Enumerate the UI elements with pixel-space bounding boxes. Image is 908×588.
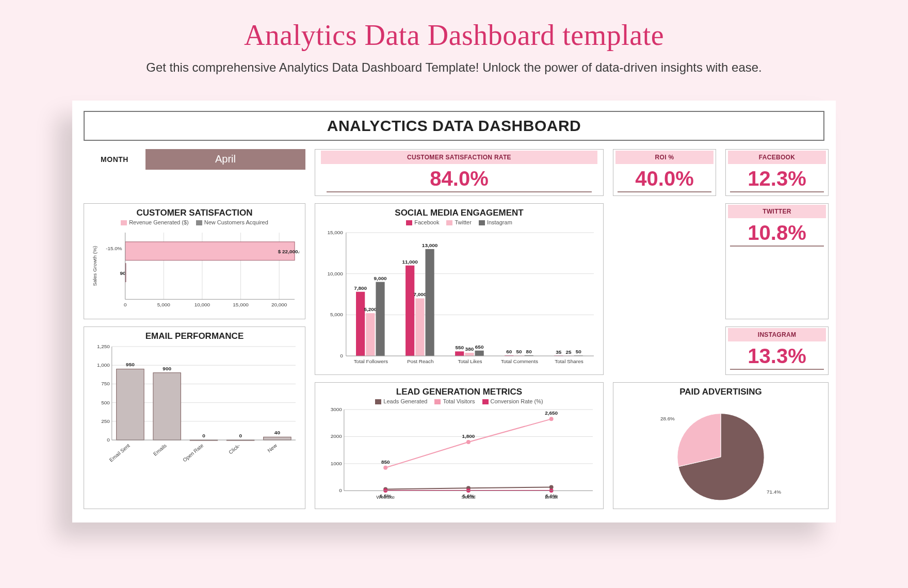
- svg-text:50: 50: [516, 349, 522, 354]
- svg-text:Email Sent: Email Sent: [108, 443, 131, 463]
- svg-text:20,000: 20,000: [271, 302, 287, 307]
- legend-item: Revenue Generated ($): [121, 219, 189, 225]
- legend-item: Total Visitors: [434, 398, 475, 404]
- legend-item: Leads Generated: [375, 398, 427, 404]
- chart-canvas: 02505007501,0001,250950Email Sent900Emai…: [89, 342, 300, 471]
- svg-text:0: 0: [339, 487, 342, 493]
- legend-item: Facebook: [406, 219, 439, 225]
- svg-text:$ 22,000.00: $ 22,000.00: [278, 249, 300, 254]
- legend-item: New Customers Acquired: [196, 219, 268, 225]
- kpi-value: 12.3%: [730, 164, 824, 192]
- svg-text:-15.0%: -15.0%: [106, 246, 122, 251]
- kpi-value: 84.0%: [327, 164, 591, 192]
- chart-title: EMAIL PERFORMANCE: [89, 331, 300, 341]
- svg-text:7,800: 7,800: [354, 285, 367, 291]
- svg-text:850: 850: [381, 459, 390, 465]
- svg-text:1000: 1000: [331, 461, 343, 466]
- svg-text:5,200: 5,200: [364, 306, 377, 312]
- svg-text:Total Comments: Total Comments: [501, 358, 538, 364]
- svg-text:15,000: 15,000: [233, 302, 249, 307]
- svg-text:5.6%: 5.6%: [463, 493, 475, 499]
- svg-rect-78: [153, 373, 181, 440]
- svg-text:750: 750: [101, 381, 110, 387]
- svg-text:6.5%: 6.5%: [380, 493, 392, 499]
- chart-canvas: 05,00010,00015,0007,8005,2009,000Total F…: [320, 227, 598, 371]
- svg-text:Click-: Click-: [228, 443, 241, 455]
- svg-text:9,000: 9,000: [374, 275, 387, 281]
- svg-text:50: 50: [576, 349, 582, 354]
- kpi-label: CUSTOMER SATISFACTION RATE: [321, 151, 597, 164]
- svg-text:0: 0: [107, 437, 110, 443]
- kpi-facebook: FACEBOOK 12.3%: [725, 149, 829, 196]
- hero: Analytics Data Dashboard template Get th…: [0, 0, 908, 86]
- svg-text:13,000: 13,000: [422, 242, 438, 248]
- legend-item: Instagram: [479, 219, 512, 225]
- svg-text:550: 550: [455, 345, 464, 350]
- svg-text:900: 900: [163, 366, 171, 371]
- svg-rect-35: [415, 298, 424, 356]
- chart-canvas: 71.4%28.6%: [619, 398, 823, 505]
- svg-text:28.6%: 28.6%: [660, 416, 675, 421]
- svg-text:Total Shares: Total Shares: [555, 358, 583, 364]
- svg-text:15,000: 15,000: [327, 230, 343, 235]
- svg-text:Emails: Emails: [152, 443, 168, 458]
- svg-text:0: 0: [124, 302, 127, 307]
- svg-text:25: 25: [565, 349, 572, 355]
- kpi-value: 10.8%: [730, 218, 824, 247]
- svg-text:3000: 3000: [331, 406, 343, 412]
- svg-text:380: 380: [465, 346, 474, 352]
- kpi-customer-satisfaction-rate: CUSTOMER SATISFACTION RATE 84.0%: [315, 149, 604, 196]
- svg-text:71.4%: 71.4%: [767, 489, 781, 495]
- chart-customer-satisfaction: CUSTOMER SATISFACTION Revenue Generated …: [84, 203, 305, 320]
- kpi-instagram: INSTAGRAM 13.3%: [725, 326, 829, 374]
- svg-text:0: 0: [239, 433, 242, 439]
- chart-paid-advertising: PAID ADVERTISING 71.4%28.6%: [613, 382, 829, 509]
- svg-rect-37: [425, 249, 434, 356]
- kpi-label: FACEBOOK: [728, 151, 826, 164]
- svg-text:40: 40: [274, 430, 281, 436]
- legend-item: Twitter: [446, 219, 471, 225]
- chart-canvas: 0100020003000WebsiteSocialEmail8501,8002…: [320, 406, 598, 504]
- kpi-roi: ROI % 40.0%: [613, 149, 716, 196]
- month-selector[interactable]: MONTH April: [84, 149, 305, 170]
- svg-rect-40: [455, 351, 464, 356]
- svg-text:Open Rate: Open Rate: [182, 443, 204, 463]
- legend-item: Conversion Rate (%): [482, 398, 543, 404]
- svg-rect-87: [264, 437, 291, 440]
- svg-text:80: 80: [526, 349, 532, 354]
- svg-text:Sales Growth (%): Sales Growth (%): [92, 246, 98, 286]
- svg-text:5.0%: 5.0%: [545, 493, 557, 499]
- svg-text:5,000: 5,000: [157, 302, 170, 307]
- kpi-value: 40.0%: [618, 164, 711, 192]
- chart-title: CUSTOMER SATISFACTION: [89, 208, 300, 218]
- chart-title: SOCIAL MEDIA ENGAGEMENT: [320, 208, 598, 218]
- svg-text:10,000: 10,000: [327, 271, 343, 276]
- svg-text:0: 0: [202, 433, 205, 439]
- dashboard-title: ANALYCTICS DATA DASHBOARD: [84, 111, 824, 141]
- chart-email-performance: EMAIL PERFORMANCE 02505007501,0001,25095…: [84, 326, 305, 509]
- svg-text:250: 250: [101, 418, 110, 424]
- svg-rect-10: [125, 242, 295, 260]
- svg-text:650: 650: [475, 344, 484, 350]
- chart-lead-generation: LEAD GENERATION METRICS Leads Generated …: [315, 382, 604, 509]
- svg-text:10,000: 10,000: [194, 302, 210, 307]
- svg-text:950: 950: [126, 362, 135, 368]
- svg-text:35: 35: [556, 349, 562, 354]
- svg-text:500: 500: [101, 400, 110, 405]
- svg-rect-42: [465, 353, 474, 356]
- chart-legend: Revenue Generated ($) New Customers Acqu…: [89, 219, 300, 225]
- svg-rect-28: [366, 313, 375, 356]
- month-value[interactable]: April: [145, 149, 305, 170]
- svg-text:New: New: [266, 443, 278, 454]
- kpi-label: ROI %: [615, 151, 714, 164]
- svg-text:5,000: 5,000: [330, 312, 343, 317]
- svg-rect-44: [475, 351, 484, 356]
- svg-text:11,000: 11,000: [402, 259, 418, 265]
- svg-rect-75: [117, 369, 144, 440]
- chart-title: PAID ADVERTISING: [619, 387, 823, 397]
- svg-text:7,000: 7,000: [413, 291, 426, 297]
- svg-text:2,650: 2,650: [545, 410, 558, 416]
- chart-title: LEAD GENERATION METRICS: [320, 387, 598, 397]
- kpi-twitter: TWITTER 10.8%: [725, 203, 829, 320]
- kpi-label: INSTAGRAM: [728, 328, 826, 341]
